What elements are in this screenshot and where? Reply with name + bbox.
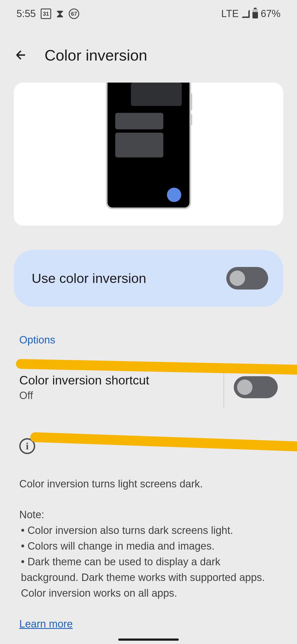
bullet-item: • Color inversion also turns dark screen… [21,523,278,538]
bullet-item: • Colors will change in media and images… [21,538,278,554]
status-time: 5:55 [16,8,36,20]
status-left: 5:55 31 ⧗ 67 [16,7,79,20]
options-header: Options [19,334,278,346]
status-right: LTE 67% [221,8,280,20]
network-label: LTE [221,8,239,20]
switch-thumb-icon [230,271,245,286]
info-note-label: Note: [19,507,278,523]
mock-block [115,113,163,129]
circle-number-icon: 67 [69,9,79,19]
preview-card [14,83,283,226]
navigation-pill[interactable] [118,638,179,641]
phone-side-button-icon [191,94,192,110]
hourglass-icon: ⧗ [56,7,64,20]
learn-more-link[interactable]: Learn more [19,618,73,630]
mock-block [115,133,163,157]
battery-icon [252,9,258,18]
info-bullets: • Color inversion also turns dark screen… [19,523,278,601]
use-color-inversion-switch[interactable] [226,267,268,290]
shortcut-subtitle: Off [19,390,218,402]
mock-block [131,83,182,106]
status-bar: 5:55 31 ⧗ 67 LTE 67% [0,0,297,28]
options-section: Options Color inversion shortcut Off i C… [0,334,297,630]
shortcut-text: Color inversion shortcut Off [19,373,218,402]
page-header: Color inversion [0,28,297,83]
info-summary: Color inversion turns light screens dark… [19,476,278,492]
bullet-item: • Dark theme can be used to display a da… [21,554,278,601]
mock-fab-icon [167,188,181,202]
back-button[interactable] [14,48,28,62]
page-title: Color inversion [45,46,147,64]
use-color-inversion-row[interactable]: Use color inversion [14,250,283,307]
battery-percent: 67% [261,8,280,20]
signal-icon [241,10,250,18]
use-color-inversion-label: Use color inversion [32,271,146,286]
switch-thumb-icon [237,380,252,395]
phone-side-button-icon [191,114,192,125]
calendar-icon: 31 [41,9,51,19]
shortcut-switch[interactable] [234,376,278,398]
phone-mockup [106,83,191,209]
shortcut-title: Color inversion shortcut [19,373,218,388]
